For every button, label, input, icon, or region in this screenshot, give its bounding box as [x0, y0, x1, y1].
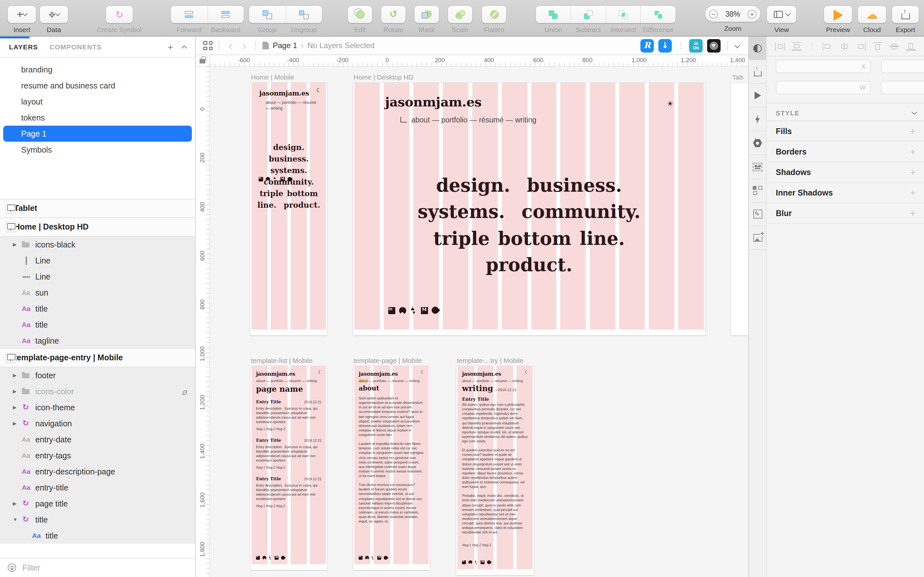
- ungroup-button[interactable]: [285, 6, 322, 23]
- add-style-button[interactable]: +: [910, 208, 916, 218]
- intersect-button[interactable]: [606, 6, 641, 23]
- edit-button[interactable]: [348, 6, 372, 23]
- expander-icon[interactable]: ▶: [13, 421, 21, 426]
- artboard-label-tablet[interactable]: Tab: [732, 73, 743, 81]
- height-field[interactable]: [881, 81, 924, 94]
- add-style-button[interactable]: +: [910, 126, 916, 136]
- artboard-home-desktop[interactable]: jasonmjam.es ☀ about — portfolio — résum…: [353, 83, 705, 335]
- align-left-button[interactable]: [822, 42, 832, 50]
- align-center-horizontal-button[interactable]: [839, 42, 849, 50]
- add-style-button[interactable]: +: [910, 188, 916, 197]
- overflow-dots-icon[interactable]: ⋮: [677, 42, 685, 49]
- layer-row[interactable]: ▼ template-page-entry | Mobile: [0, 348, 195, 367]
- backward-button[interactable]: [207, 6, 244, 23]
- expander-icon[interactable]: ▶: [13, 501, 21, 506]
- collapse-pages-icon[interactable]: [182, 45, 187, 51]
- layer-row[interactable]: tagline: [0, 333, 195, 349]
- y-position-field[interactable]: [881, 60, 924, 73]
- artboard-tablet-partial[interactable]: [731, 83, 748, 335]
- page-list-item[interactable]: resume and business card: [3, 77, 192, 93]
- expander-icon[interactable]: ▶: [13, 372, 21, 378]
- page-list-item[interactable]: tokens: [3, 110, 192, 126]
- zoom-in-button[interactable]: +: [748, 9, 756, 18]
- artboard-label-home-mobile[interactable]: Home | Mobile: [251, 73, 294, 81]
- layer-row[interactable]: ▶ icons-black: [0, 237, 195, 253]
- data-button[interactable]: ❖: [40, 6, 68, 23]
- width-field[interactable]: [776, 81, 871, 94]
- history-back-icon[interactable]: [226, 40, 237, 51]
- difference-button[interactable]: [641, 6, 676, 23]
- page-list-item[interactable]: branding: [3, 61, 192, 77]
- artboard-label-home-desktop[interactable]: Home | Desktop HD: [354, 73, 413, 81]
- layer-row[interactable]: ▶ navigation: [0, 416, 195, 432]
- layer-row[interactable]: ▼ Tablet: [0, 199, 195, 218]
- expander-icon[interactable]: ▶: [13, 405, 21, 410]
- layer-row[interactable]: title: [0, 317, 195, 333]
- layer-row[interactable]: Line: [0, 253, 195, 269]
- union-button[interactable]: [536, 6, 570, 23]
- layer-row[interactable]: ▶ footer: [0, 367, 195, 384]
- page-list-item[interactable]: layout: [3, 93, 192, 110]
- align-middle-vertical-button[interactable]: [889, 42, 899, 50]
- layer-row[interactable]: entry-date: [0, 432, 195, 448]
- tab-layers[interactable]: LAYERS: [9, 43, 38, 51]
- align-bottom-button[interactable]: [906, 42, 916, 50]
- layer-row[interactable]: entry-description-page: [0, 464, 195, 480]
- layer-row[interactable]: ▶ icons-color: [0, 384, 195, 400]
- artboard-home-mobile[interactable]: jasonmjam.es ☾ about — portfolio — résum…: [250, 83, 327, 335]
- layer-row[interactable]: ▶ page title: [0, 496, 195, 512]
- lock-icon[interactable]: [200, 59, 205, 63]
- style-collapse-chevron-icon[interactable]: [912, 110, 917, 115]
- expander-icon[interactable]: ▶: [13, 388, 21, 394]
- add-style-button[interactable]: +: [910, 167, 916, 177]
- artboard-label-template-entry[interactable]: template-...try | Mobile: [457, 356, 523, 364]
- artboard-template-page[interactable]: jasonmjam.es ☾ about — portfolio — résum…: [353, 366, 430, 570]
- edit-frame-plugin-button[interactable]: [749, 203, 766, 226]
- layer-row[interactable]: ▶ icon-theme: [0, 400, 195, 416]
- lightning-plugin-button[interactable]: [749, 108, 766, 131]
- breadcrumb-page[interactable]: Page 1: [273, 41, 297, 50]
- canvas-viewport[interactable]: Home | Mobile jasonmjam.es ☾ about — por…: [210, 67, 748, 577]
- artboard-template-list[interactable]: jasonmjam.es ☾ about — portfolio — résum…: [250, 366, 327, 570]
- expander-icon[interactable]: ▼: [13, 517, 21, 522]
- runner-plugin-icon[interactable]: [707, 39, 720, 52]
- artboard-template-entry[interactable]: jasonmjam.es ☾ about — portfolio — résum…: [456, 366, 534, 575]
- cloud-button[interactable]: ☁: [858, 6, 886, 23]
- align-right-button[interactable]: [856, 42, 866, 50]
- flatten-button[interactable]: [482, 6, 506, 23]
- rotate-button[interactable]: ↺: [381, 6, 405, 23]
- subtract-button[interactable]: [570, 6, 606, 23]
- page-list-item[interactable]: Symbols: [3, 142, 192, 158]
- layer-row[interactable]: ▼ title: [0, 512, 195, 528]
- plugins-chevron-down-icon[interactable]: [735, 43, 740, 48]
- export-button[interactable]: [892, 6, 919, 23]
- x-position-field[interactable]: [776, 60, 871, 73]
- download-plugin-icon[interactable]: [658, 39, 672, 52]
- share-plugin-button[interactable]: [749, 60, 766, 84]
- tab-components[interactable]: COMPONENTS: [49, 43, 102, 51]
- add-page-button[interactable]: +: [168, 42, 173, 52]
- zoom-out-button[interactable]: −: [709, 9, 718, 18]
- json-plugin-icon[interactable]: [689, 39, 703, 52]
- contrast-plugin-button[interactable]: [749, 37, 766, 60]
- canvas-area[interactable]: Page 1 › No Layers Selected ⋮ -600-400-2…: [196, 37, 748, 577]
- distribute-horizontally-button[interactable]: [775, 42, 785, 50]
- group-button[interactable]: [249, 6, 285, 23]
- copy-style-plugin-button[interactable]: [749, 179, 766, 203]
- play-plugin-button[interactable]: [749, 84, 766, 108]
- preview-button[interactable]: [824, 6, 852, 23]
- hidden-eye-icon[interactable]: [182, 386, 187, 397]
- add-style-button[interactable]: +: [910, 147, 916, 156]
- layer-row[interactable]: entry-title: [0, 480, 195, 496]
- layer-row[interactable]: Line: [0, 269, 195, 285]
- layer-row[interactable]: ▼ Home | Desktop HD: [0, 218, 195, 237]
- artboard-label-template-list[interactable]: template-list | Mobile: [251, 356, 312, 364]
- layer-row[interactable]: title: [0, 301, 195, 317]
- distribute-vertically-button[interactable]: [792, 42, 801, 50]
- wireframe-plugin-button[interactable]: [749, 155, 766, 179]
- view-button[interactable]: [767, 6, 796, 23]
- expander-icon[interactable]: ▶: [13, 242, 21, 247]
- image-add-plugin-button[interactable]: [749, 226, 766, 250]
- layer-row[interactable]: title: [0, 528, 195, 544]
- artboard-label-template-page[interactable]: template-page | Mobile: [354, 356, 422, 364]
